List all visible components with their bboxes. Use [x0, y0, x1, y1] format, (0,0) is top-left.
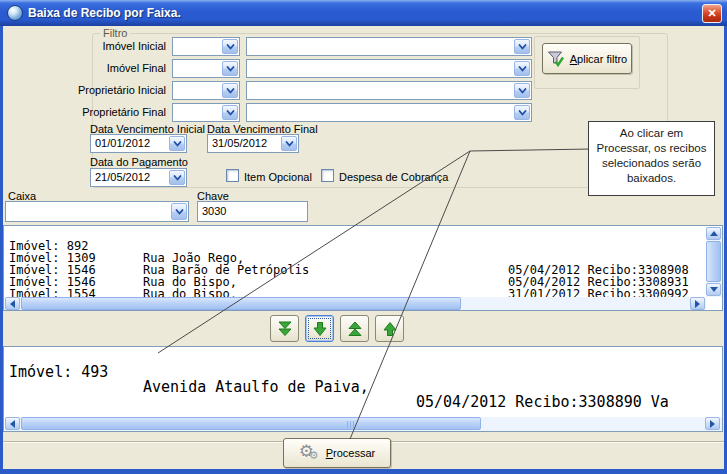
despesa-cobranca-label: Despesa de Cobrança [339, 171, 448, 183]
receipt-row[interactable]: Imóvel: 1309 Rua Barão de Petrópolis 05/… [4, 240, 704, 252]
imovel-inicial-label: Imóvel Inicial [60, 40, 166, 52]
process-button-label: Processar [326, 447, 376, 459]
scroll-left-button[interactable] [5, 417, 20, 430]
chevron-down-icon[interactable] [514, 83, 530, 98]
annotation-callout: Ao clicar em Processar, os recibos selec… [588, 121, 715, 196]
horizontal-scrollbar-thumb[interactable] [21, 417, 481, 430]
move-all-up-button[interactable] [340, 315, 369, 342]
imovel-inicial-code-combobox[interactable] [172, 37, 240, 56]
despesa-cobranca-checkbox[interactable] [321, 169, 334, 182]
selected-receipts-list: Imóvel: 493 Avenida Ataulfo de Paiva, 05… [3, 346, 723, 432]
scroll-right-button[interactable] [690, 297, 705, 310]
imovel-inicial-name-combobox[interactable] [246, 37, 532, 56]
chevron-down-icon[interactable] [514, 39, 530, 54]
chevron-down-icon[interactable] [514, 105, 530, 120]
proprietario-inicial-name-combobox[interactable] [246, 81, 532, 100]
chave-input[interactable]: 3030 [197, 201, 308, 222]
close-icon: ✕ [707, 7, 716, 20]
down-arrow-icon [312, 321, 328, 337]
annotation-line: Ao clicar em [589, 126, 714, 141]
move-all-down-button[interactable] [270, 315, 299, 342]
filter-funnel-icon [547, 50, 565, 67]
chevron-down-icon[interactable] [169, 170, 185, 185]
chevron-down-icon[interactable] [171, 203, 187, 220]
item-date-recibo: 05/04/2012 Recibo:3308890 Va [416, 395, 669, 410]
selected-receipt-row[interactable]: Imóvel: 493 Avenida Ataulfo de Paiva, 05… [4, 350, 722, 367]
arrow-right-icon [695, 300, 700, 308]
double-up-arrow-icon [347, 321, 363, 337]
receipt-row[interactable]: Imóvel: 1546 Rua do Bispo, 29/02/2012 Re… [4, 264, 704, 276]
chevron-down-icon[interactable] [222, 39, 238, 54]
dialog-baixa-de-recibo: Baixa de Recibo por Faixa. ✕ Filtro Imóv… [0, 0, 727, 474]
process-button[interactable]: ⚙ ⚙ Processar [283, 438, 391, 468]
receipt-row[interactable]: Imóvel: 1546 Rua do Bispo, 31/01/2012 Re… [4, 252, 704, 264]
annotation-line: selecionados serão [589, 156, 714, 171]
vertical-scrollbar-thumb[interactable] [706, 241, 721, 282]
chevron-down-icon[interactable] [222, 61, 238, 76]
annotation-line: baixados. [589, 171, 714, 186]
item-number: Imóvel: 493 [9, 365, 108, 380]
receipts-rows: Imóvel: 892 Rua João Rego, 05/04/2012 Re… [4, 228, 704, 298]
arrow-right-icon [710, 420, 715, 428]
proprietario-final-label: Proprietário Final [60, 106, 166, 118]
apply-filter-button[interactable]: Aplicar filtro [542, 43, 632, 74]
move-down-button[interactable] [305, 315, 334, 342]
proprietario-inicial-code-combobox[interactable] [172, 81, 240, 100]
pagamento-datepicker[interactable]: 21/05/2012 [90, 168, 187, 187]
vertical-scrollbar[interactable] [706, 227, 722, 297]
filter-groupbox-label: Filtro [100, 27, 130, 39]
double-down-arrow-icon [277, 321, 293, 337]
item-opcional-label: Item Opcional [244, 171, 312, 183]
horizontal-scrollbar[interactable] [5, 417, 722, 431]
item-address: Avenida Ataulfo de Paiva, [143, 380, 369, 395]
chevron-down-icon[interactable] [222, 83, 238, 98]
close-button[interactable]: ✕ [702, 4, 722, 23]
scroll-up-button[interactable] [706, 227, 721, 240]
proprietario-final-code-combobox[interactable] [172, 103, 240, 122]
chevron-down-icon[interactable] [169, 136, 185, 151]
arrow-up-icon [710, 231, 718, 236]
chevron-down-icon[interactable] [281, 136, 297, 151]
window-title: Baixa de Recibo por Faixa. [28, 6, 181, 20]
scrollbar-grip [347, 421, 355, 428]
imovel-final-name-combobox[interactable] [246, 59, 532, 78]
chevron-down-icon[interactable] [222, 105, 238, 120]
item-opcional-checkbox[interactable] [226, 169, 239, 182]
selected-rows: Imóvel: 493 Avenida Ataulfo de Paiva, 05… [4, 350, 722, 416]
arrow-left-icon [10, 300, 15, 308]
up-arrow-icon [382, 321, 398, 337]
proprietario-inicial-label: Proprietário Inicial [60, 84, 166, 96]
horizontal-scrollbar-thumb[interactable] [21, 297, 461, 310]
horizontal-scrollbar[interactable] [4, 297, 706, 311]
title-bar[interactable]: Baixa de Recibo por Faixa. ✕ [0, 0, 727, 26]
caixa-combobox[interactable] [5, 201, 189, 222]
venc-inicial-datepicker[interactable]: 01/01/2012 [90, 134, 187, 153]
window-border-bottom [0, 469, 727, 474]
pagamento-label: Data do Pagamento [90, 156, 188, 168]
apply-filter-label: Aplicar filtro [570, 53, 627, 65]
move-up-button[interactable] [375, 315, 404, 342]
imovel-final-code-combobox[interactable] [172, 59, 240, 78]
gears-icon: ⚙ ⚙ [299, 443, 321, 463]
scroll-right-button[interactable] [705, 417, 720, 430]
app-icon [7, 5, 23, 21]
imovel-final-label: Imóvel Final [60, 62, 166, 74]
chevron-down-icon[interactable] [514, 61, 530, 76]
scroll-left-button[interactable] [5, 297, 20, 310]
venc-final-datepicker[interactable]: 31/05/2012 [207, 134, 299, 153]
arrow-left-icon [10, 420, 15, 428]
receipt-row[interactable]: Imóvel: 1554 Rua do Resende, 08/04/2012 … [4, 276, 704, 288]
scroll-down-button[interactable] [706, 283, 721, 296]
proprietario-final-name-combobox[interactable] [246, 103, 532, 122]
receipts-list: Imóvel: 892 Rua João Rego, 05/04/2012 Re… [3, 225, 723, 311]
annotation-line: Processar, os recibos [589, 141, 714, 156]
arrow-down-icon [710, 287, 718, 292]
receipt-row[interactable]: Imóvel: 892 Rua João Rego, 05/04/2012 Re… [4, 228, 704, 240]
